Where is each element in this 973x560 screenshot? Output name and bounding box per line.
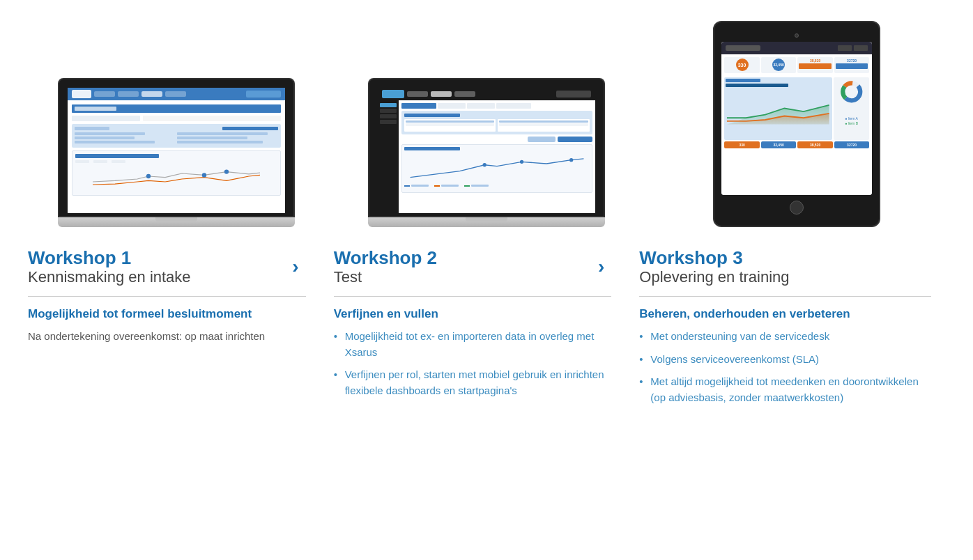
workshop-1-header: Workshop 1 Kennismaking en intake ›: [28, 248, 306, 286]
donut-chart-svg: [835, 79, 868, 114]
workshop-1-divider: [28, 296, 306, 297]
chart-svg-2: [404, 153, 590, 180]
workshop-1-subtitle: Kennismaking en intake: [28, 268, 191, 286]
workshop-3-title: Workshop 3: [639, 248, 789, 268]
chart-svg-3: [726, 89, 831, 127]
screen-1-nav-right: [246, 91, 281, 98]
screen-1-nav-item-4: [165, 91, 186, 97]
workshop-2-divider: [334, 296, 612, 297]
workshop-3-heading: Beheren, onderhouden en verbeteren: [639, 306, 931, 322]
screen-2-nav-1: [407, 91, 428, 97]
tablet-screen-3: 330 32,450 38,520 32720: [721, 42, 872, 195]
workshop-3-subtitle: Oplevering en training: [639, 268, 789, 286]
svg-point-4: [520, 160, 523, 164]
page-wrapper: 330 32,450 38,520 32720: [0, 0, 973, 440]
screen-2-brand: [382, 90, 404, 98]
screen-1-nav-item-2: [118, 91, 139, 97]
workshop-2-arrow[interactable]: ›: [598, 256, 604, 278]
workshop-2-list-item-1: Mogelijkheid tot ex- en importeren data …: [334, 329, 612, 360]
workshop-1-heading: Mogelijkheid tot formeel besluitmoment: [28, 306, 306, 322]
screen-3-nav: [721, 42, 872, 54]
screen-2-nav-right: [556, 91, 591, 98]
screen-2-nav-3: [454, 91, 475, 97]
tablet-camera: [795, 33, 799, 38]
screenshot-3-container: 330 32,450 38,520 32720: [649, 21, 945, 227]
workshops-section: Workshop 1 Kennismaking en intake › Moge…: [28, 248, 945, 412]
workshop-3-col: Workshop 3 Oplevering en training Behere…: [639, 248, 945, 412]
workshop-1-col: Workshop 1 Kennismaking en intake › Moge…: [28, 248, 320, 412]
screen-2-main: [399, 100, 595, 213]
screen-2-sidebar: [378, 100, 399, 213]
workshop-1-title-block: Workshop 1 Kennismaking en intake: [28, 248, 191, 286]
workshop-2-header: Workshop 2 Test ›: [334, 248, 612, 286]
screen-1-content: [68, 88, 285, 213]
laptop-base-2: [368, 217, 605, 227]
workshop-2-subtitle: Test: [334, 268, 437, 286]
svg-point-0: [146, 174, 150, 178]
workshop-3-header: Workshop 3 Oplevering en training: [639, 248, 931, 286]
dashboard-bottom-stats: 330 32,450 38,520 32720: [721, 141, 872, 148]
screen-2-content: [378, 88, 595, 213]
chart-svg-1: [75, 165, 277, 187]
screen-1-display: [68, 88, 285, 213]
laptop-mockup-1: [58, 78, 295, 227]
workshop-1-description: Na ondertekening overeenkomst: op maat i…: [28, 329, 306, 345]
screenshot-2-container: [338, 78, 634, 227]
workshop-3-list-item-3: Met altijd mogelijkheid tot meedenken en…: [639, 374, 931, 405]
workshop-3-list-item-1: Met ondersteuning van de servicedesk: [639, 329, 931, 345]
screenshots-row: 330 32,450 38,520 32720: [28, 21, 945, 227]
workshop-2-list-item-2: Verfijnen per rol, starten met mobiel ge…: [334, 367, 612, 398]
screen-1-nav-item-1: [94, 91, 115, 97]
screen-1-nav-item-3: [141, 91, 162, 97]
workshop-3-divider: [639, 296, 931, 297]
workshop-2-list: Mogelijkheid tot ex- en importeren data …: [334, 329, 612, 398]
workshop-1-arrow[interactable]: ›: [292, 256, 298, 278]
tablet-frame-3: 330 32,450 38,520 32720: [713, 21, 880, 227]
screen-1-nav: [68, 88, 285, 100]
screen-1-body: [68, 100, 285, 200]
screen-3-content: 330 32,450 38,520 32720: [721, 42, 872, 195]
screen-2-display: [378, 88, 595, 213]
svg-point-3: [483, 163, 486, 166]
laptop-base-1: [58, 217, 295, 227]
laptop-screen-2: [368, 78, 605, 217]
laptop-screen-1: [58, 78, 295, 217]
dashboard-charts: ● Item A ● Item B: [721, 77, 872, 141]
screen-2-nav-2: [431, 91, 452, 97]
tablet-mockup-3: 330 32,450 38,520 32720: [713, 21, 880, 227]
dashboard-stats: 330 32,450 38,520 32720: [721, 54, 872, 76]
workshop-2-heading: Verfijnen en vullen: [334, 306, 612, 322]
screenshot-1-container: [28, 78, 324, 227]
workshop-3-title-block: Workshop 3 Oplevering en training: [639, 248, 789, 286]
svg-point-5: [569, 158, 573, 162]
screen-2-layout: [378, 100, 595, 213]
screen-2-nav: [378, 88, 595, 100]
workshop-1-title: Workshop 1: [28, 248, 191, 268]
workshop-2-col: Workshop 2 Test › Verfijnen en vullen Mo…: [334, 248, 626, 412]
workshop-2-title-block: Workshop 2 Test: [334, 248, 437, 286]
tablet-home-button[interactable]: [790, 201, 804, 215]
screen-3-logo: [726, 45, 760, 51]
laptop-mockup-2: [368, 78, 605, 227]
workshop-3-list: Met ondersteuning van de servicedesk Vol…: [639, 329, 931, 405]
workshop-3-list-item-2: Volgens serviceovereenkomst (SLA): [639, 352, 931, 368]
svg-point-1: [201, 173, 206, 177]
screen-1-brand: [72, 90, 91, 98]
workshop-2-title: Workshop 2: [334, 248, 437, 268]
svg-point-2: [224, 169, 228, 173]
